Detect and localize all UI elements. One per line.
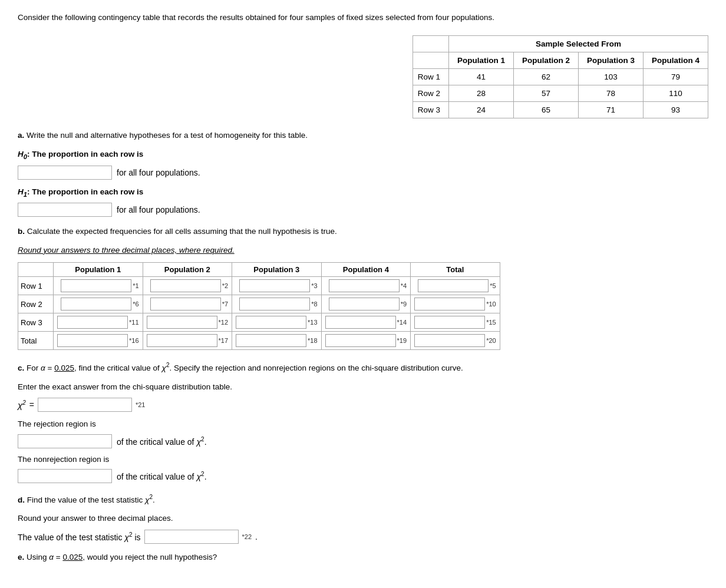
sample-row-3: Row 3 24657193 xyxy=(412,102,708,118)
h0-suffix: for all four populations. xyxy=(117,168,200,177)
equals-sign: = xyxy=(29,400,34,409)
part-c-label: c. For α = 0.025, find the critical valu… xyxy=(18,361,708,374)
h1-input[interactable] xyxy=(18,203,112,217)
nonrejection-region-input[interactable] xyxy=(18,469,112,483)
cell-1-4[interactable] xyxy=(329,279,400,292)
cell-total-2[interactable] xyxy=(147,334,217,347)
cell-3-3[interactable] xyxy=(236,316,306,329)
chi-square-symbol: χ2 xyxy=(18,399,26,410)
sample-table: Sample Selected From Population 1 Popula… xyxy=(412,35,708,118)
cell-total-5[interactable] xyxy=(414,334,485,347)
freq-row-1: Row 1 *1 *2 *3 *4 *5 xyxy=(18,277,500,295)
part-b-note: Round your answers to three decimal plac… xyxy=(18,244,708,257)
h0-statement: H0: The proportion in each row is xyxy=(18,148,708,162)
cell-1-5[interactable] xyxy=(418,279,489,292)
cell-total-1[interactable] xyxy=(57,334,128,347)
cell-2-4[interactable] xyxy=(329,298,400,310)
cell-1-1[interactable] xyxy=(61,279,131,292)
cell-1-3[interactable] xyxy=(239,279,310,292)
cell-2-3[interactable] xyxy=(239,298,310,310)
nonrejection-region-suffix: of the critical value of χ2. xyxy=(117,471,207,481)
cell-2-2[interactable] xyxy=(150,298,221,310)
cell-2-5[interactable] xyxy=(414,298,485,310)
sample-row-1: Row 1 416210379 xyxy=(412,69,708,85)
freq-row-3: Row 3 *11 *12 *13 *14 *15 xyxy=(18,313,500,332)
sample-table-main-header: Sample Selected From xyxy=(449,36,708,52)
cell-1-2[interactable] xyxy=(150,279,221,292)
rejection-region-label: The rejection region is xyxy=(18,418,708,431)
intro-text: Consider the following contingency table… xyxy=(18,12,708,24)
freq-row-total: Total *16 *17 *18 *19 *20 xyxy=(18,332,500,350)
chi-critical-input[interactable] xyxy=(38,398,132,412)
part-d-note: Round your answer to three decimal place… xyxy=(18,512,708,525)
part-c-note: Enter the exact answer from the chi-squa… xyxy=(18,381,708,394)
rejection-region-suffix: of the critical value of χ2. xyxy=(117,436,207,447)
h1-suffix: for all four populations. xyxy=(117,205,200,214)
col-header-p4: Population 4 xyxy=(644,52,708,69)
part-b-label: b. Calculate the expected frequencies fo… xyxy=(18,225,708,238)
rejection-region-input[interactable] xyxy=(18,434,112,448)
cell-total-4[interactable] xyxy=(325,334,396,347)
col-header-p3: Population 3 xyxy=(579,52,644,69)
cell-3-4[interactable] xyxy=(325,316,396,329)
part-e-label: e. Using α = 0.025, would you reject the… xyxy=(18,551,708,564)
freq-row-2: Row 2 *6 *7 *8 *9 *10 xyxy=(18,295,500,313)
h0-input[interactable] xyxy=(18,166,112,180)
part-d-label: d. Find the value of the test statistic … xyxy=(18,493,708,506)
test-statistic-input[interactable] xyxy=(144,530,239,544)
col-header-p2: Population 2 xyxy=(514,52,579,69)
cell-3-5[interactable] xyxy=(414,316,485,329)
freq-table: Population 1 Population 2 Population 3 P… xyxy=(18,262,500,350)
cell-2-1[interactable] xyxy=(61,298,131,310)
nonrejection-region-label: The nonrejection region is xyxy=(18,453,708,466)
test-statistic-prefix: The value of the test statistic χ2 is xyxy=(18,531,141,542)
h1-statement: H1: The proportion in each row is xyxy=(18,186,708,200)
cell-3-1[interactable] xyxy=(57,316,128,329)
sample-row-2: Row 2 285778110 xyxy=(412,85,708,102)
col-header-p1: Population 1 xyxy=(449,52,514,69)
period: . xyxy=(255,532,258,541)
part-a-label: a. Write the null and alternative hypoth… xyxy=(18,129,708,142)
cell-total-3[interactable] xyxy=(236,334,306,347)
cell-3-2[interactable] xyxy=(147,316,217,329)
